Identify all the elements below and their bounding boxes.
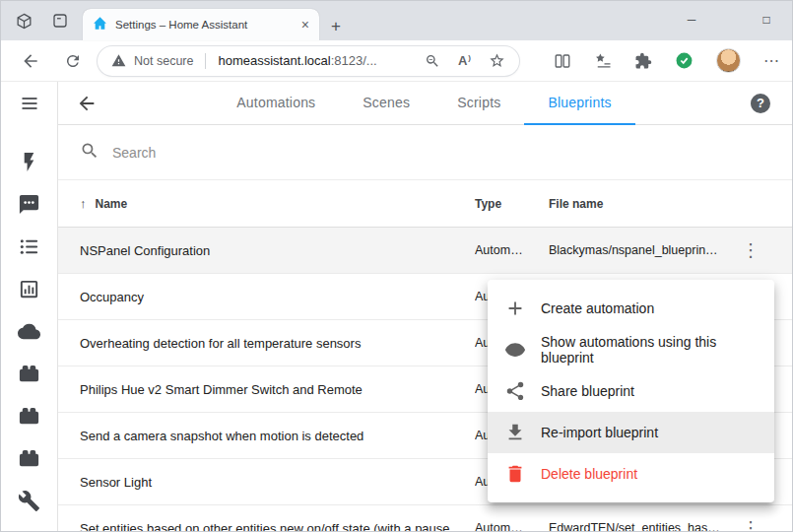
sort-asc-icon[interactable]: ↑ xyxy=(80,196,87,211)
energy-icon[interactable] xyxy=(18,151,40,173)
workspaces-icon[interactable] xyxy=(15,12,33,31)
url-divider xyxy=(205,53,206,69)
plus-icon xyxy=(504,298,526,319)
developer-tools-icon[interactable] xyxy=(18,490,40,512)
row-name: Philips Hue v2 Smart Dimmer Switch and R… xyxy=(80,382,475,397)
browser-toolbar: Not secure homeassistant.local:8123/... … xyxy=(1,40,792,82)
column-header-name[interactable]: Name xyxy=(96,197,128,211)
tab-automations[interactable]: Automations xyxy=(213,82,339,125)
trash-icon xyxy=(504,463,526,485)
browser-window: Settings – Home Assistant × + ─ □ Not se… xyxy=(0,0,793,532)
menu-item-label: Create automation xyxy=(541,300,654,316)
split-screen-icon[interactable] xyxy=(554,52,571,70)
zoom-out-icon[interactable] xyxy=(425,53,440,69)
url-path: :8123/... xyxy=(331,53,377,68)
context-menu: Create automation Show automations using… xyxy=(488,280,774,502)
row-name: Send a camera snapshot when motion is de… xyxy=(80,429,475,443)
row-type: Autom… xyxy=(475,521,549,532)
sidebar-menu-icon[interactable] xyxy=(20,94,39,117)
page-header: Automations Scenes Scripts Blueprints ? xyxy=(58,82,792,125)
dashboard-brick-icon-3[interactable] xyxy=(18,447,40,470)
chat-icon[interactable] xyxy=(18,193,40,216)
address-bar[interactable]: Not secure homeassistant.local:8123/... … xyxy=(98,46,519,76)
home-assistant-app: Automations Scenes Scripts Blueprints ? … xyxy=(1,82,792,532)
row-type: Autom… xyxy=(475,243,549,257)
sidebar xyxy=(1,82,58,532)
refresh-button[interactable] xyxy=(64,52,82,70)
browser-titlebar: Settings – Home Assistant × + ─ □ xyxy=(1,1,792,40)
row-name: Set entities based on other entities new… xyxy=(80,521,475,532)
menu-item-delete-blueprint[interactable]: Delete blueprint xyxy=(488,453,774,495)
row-file: Blackymas/nspanel_blueprin… xyxy=(549,243,737,257)
page-tabs: Automations Scenes Scripts Blueprints xyxy=(98,82,751,125)
url-text[interactable]: homeassistant.local:8123/... xyxy=(218,53,376,68)
download-icon xyxy=(504,422,526,443)
new-tab-button[interactable]: + xyxy=(331,18,341,34)
menu-item-label: Re-import blueprint xyxy=(541,425,658,440)
row-overflow-icon[interactable]: ⋮ xyxy=(737,517,764,532)
tab-scenes[interactable]: Scenes xyxy=(339,82,433,125)
browser-tab[interactable]: Settings – Home Assistant × xyxy=(83,9,319,40)
table-header: ↑ Name Type File name xyxy=(58,180,792,228)
search-input[interactable] xyxy=(112,145,770,161)
extension-badge-icon[interactable] xyxy=(675,51,694,70)
menu-item-reimport-blueprint[interactable]: Re-import blueprint xyxy=(488,412,774,453)
row-name: Overheating detection for all temperatur… xyxy=(80,336,475,351)
table-row[interactable]: NSPanel Configuration Autom… Blackymas/n… xyxy=(58,228,792,274)
history-icon[interactable] xyxy=(18,278,40,300)
menu-item-label: Show automations using this blueprint xyxy=(541,334,758,366)
menu-item-label: Share blueprint xyxy=(541,383,634,399)
page-back-icon[interactable] xyxy=(76,93,98,114)
dashboard-brick-icon-1[interactable] xyxy=(18,363,40,385)
help-icon[interactable]: ? xyxy=(751,94,770,113)
tab-blueprints[interactable]: Blueprints xyxy=(524,82,634,125)
column-header-type[interactable]: Type xyxy=(475,197,549,211)
menu-item-show-automations[interactable]: Show automations using this blueprint xyxy=(488,329,774,370)
blueprints-page: Automations Scenes Scripts Blueprints ? … xyxy=(58,82,792,532)
dashboard-brick-icon-2[interactable] xyxy=(18,405,40,428)
security-label[interactable]: Not secure xyxy=(134,54,193,68)
warning-icon xyxy=(111,53,126,68)
maximize-button[interactable]: □ xyxy=(757,13,776,27)
search-icon xyxy=(80,141,99,165)
eye-icon xyxy=(504,339,526,361)
url-host: homeassistant.local xyxy=(218,53,330,68)
browser-menu-icon[interactable]: ⋯ xyxy=(763,53,779,69)
profile-avatar[interactable] xyxy=(716,48,741,73)
tab-scripts[interactable]: Scripts xyxy=(433,82,524,125)
row-overflow-icon[interactable]: ⋮ xyxy=(737,239,764,261)
share-icon xyxy=(504,380,526,402)
menu-item-share-blueprint[interactable]: Share blueprint xyxy=(488,370,774,412)
column-header-file[interactable]: File name xyxy=(549,197,737,211)
row-file: EdwardTEN/set_entities_has… xyxy=(549,521,737,532)
back-button[interactable] xyxy=(21,51,40,71)
minimize-button[interactable]: ─ xyxy=(682,13,701,27)
tab-tools-icon[interactable] xyxy=(51,12,69,30)
tab-close-icon[interactable]: × xyxy=(301,18,309,32)
home-assistant-favicon xyxy=(93,16,107,34)
logbook-icon[interactable] xyxy=(18,235,40,258)
tab-title: Settings – Home Assistant xyxy=(115,19,294,31)
row-name: NSPanel Configuration xyxy=(80,243,475,258)
search-bar xyxy=(58,125,792,180)
extensions-icon[interactable] xyxy=(634,52,652,70)
cloud-icon[interactable] xyxy=(18,320,40,343)
favorites-icon[interactable] xyxy=(594,52,612,70)
favorite-star-icon[interactable] xyxy=(489,52,505,69)
table-row[interactable]: Set entities based on other entities new… xyxy=(58,505,792,532)
menu-item-label: Delete blueprint xyxy=(541,466,637,482)
row-name: Occupancy xyxy=(80,290,475,304)
read-aloud-icon[interactable]: A xyxy=(458,53,471,68)
menu-item-create-automation[interactable]: Create automation xyxy=(488,288,774,329)
row-name: Sensor Light xyxy=(80,475,475,490)
